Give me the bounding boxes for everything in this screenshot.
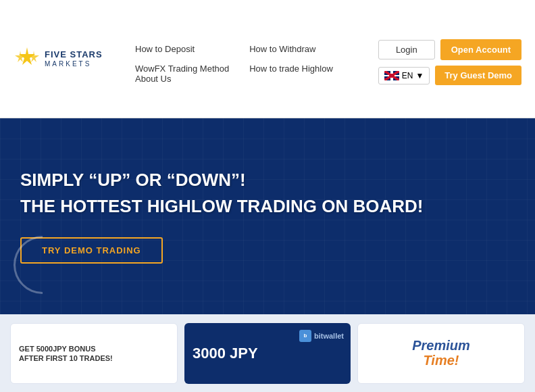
nav-how-to-deposit[interactable]: How to Deposit [135,44,229,54]
premium-card: Premium Time! [357,323,525,384]
nav-how-to-trade[interactable]: How to trade Highlow [249,64,333,74]
language-selector[interactable]: EN ▼ [378,67,430,84]
guest-demo-button[interactable]: Try Guest Demo [435,66,521,85]
flag-icon [384,71,399,80]
bitwallet-amount: 3000 JPY [193,345,258,362]
hero-title-2: THE HOTTEST HIGHLOW TRADING ON BOARD! [20,196,515,217]
nav-col-3: About Us [135,74,171,84]
nav-col-2: How to Withdraw How to trade Highlow [249,44,333,74]
lang-code: EN [402,71,413,80]
header: FIVE STARS MARKETS How to Deposit WowFX … [0,0,535,118]
chevron-down-icon: ▼ [415,71,424,80]
premium-subtitle: Time! [424,353,459,368]
header-actions: Login Open Account EN ▼ Try Guest Demo [378,32,521,85]
logo-name: FIVE STARS [45,49,103,60]
bonus-line2: AFTER FIRST 10 TRADES! [19,354,169,362]
open-account-button[interactable]: Open Account [440,39,521,60]
logo-text: FIVE STARS MARKETS [45,49,103,68]
bitwallet-icon: b [299,330,311,342]
login-button[interactable]: Login [378,40,435,59]
nav-col-1: How to Deposit WowFX Trading Method [135,44,229,74]
try-demo-button[interactable]: TRY DEMO TRADING [20,237,163,264]
bottom-section: GET 5000JPY BONUS AFTER FIRST 10 TRADES!… [0,314,535,392]
logo[interactable]: FIVE STARS MARKETS [14,44,122,74]
nav-wowfx[interactable]: WowFX Trading Method [135,64,229,74]
hero-title-1: SIMPLY “UP” OR “DOWN”! [20,170,515,191]
nav-how-to-withdraw[interactable]: How to Withdraw [249,44,333,54]
logo-tagline: MARKETS [45,60,103,68]
bitwallet-card: b bitwallet 3000 JPY [184,323,351,384]
hero-section: SIMPLY “UP” OR “DOWN”! THE HOTTEST HIGHL… [0,118,535,314]
nav-links: How to Deposit WowFX Trading Method How … [122,34,378,84]
bottom-actions: EN ▼ Try Guest Demo [378,66,521,85]
bitwallet-logo: b bitwallet [299,330,344,342]
nav-about-us[interactable]: About Us [135,74,171,84]
bonus-line1: GET 5000JPY BONUS [19,345,169,353]
logo-stars [14,44,41,74]
premium-title: Premium [412,338,470,353]
top-actions: Login Open Account [378,39,521,60]
bitwallet-text: bitwallet [314,332,344,340]
bonus-card: GET 5000JPY BONUS AFTER FIRST 10 TRADES! [10,323,178,384]
